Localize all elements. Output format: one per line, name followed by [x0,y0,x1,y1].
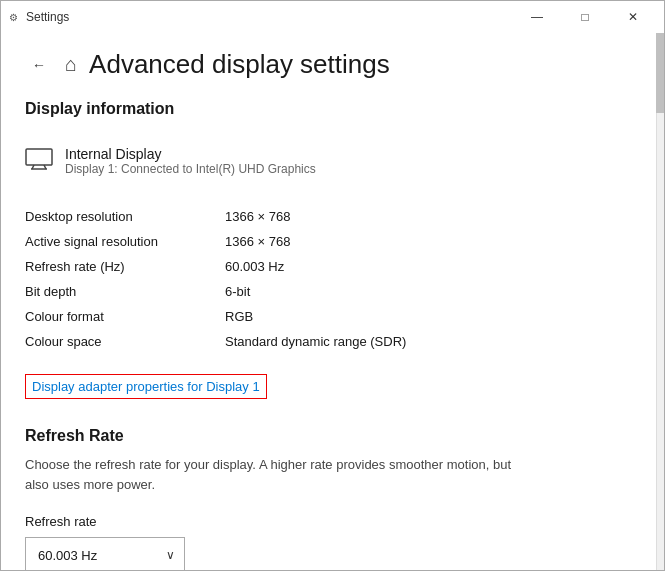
back-arrow-icon: ← [32,57,46,73]
minimize-button[interactable]: — [514,1,560,33]
table-row: Colour format RGB [25,304,640,329]
refresh-rate-section-header: Refresh Rate [25,427,640,445]
prop-label: Desktop resolution [25,204,225,229]
refresh-rate-dropdown-wrapper: 60.003 Hz ∨ [25,537,185,571]
display-name: Internal Display [65,146,316,162]
maximize-button[interactable]: □ [562,1,608,33]
table-row: Bit depth 6-bit [25,279,640,304]
title-bar-left: ⚙ Settings [9,10,69,24]
scroll-thumb[interactable] [656,33,664,113]
refresh-rate-dropdown[interactable]: 60.003 Hz [25,537,185,571]
table-row: Colour space Standard dynamic range (SDR… [25,329,640,354]
table-row: Desktop resolution 1366 × 768 [25,204,640,229]
prop-value: Standard dynamic range (SDR) [225,329,640,354]
prop-value: RGB [225,304,640,329]
prop-value: 1366 × 768 [225,229,640,254]
display-info-card: Internal Display Display 1: Connected to… [25,134,640,188]
svg-rect-0 [26,149,52,165]
adapter-link-wrapper: Display adapter properties for Display 1 [25,374,640,399]
title-bar-title: Settings [26,10,69,24]
table-row: Refresh rate (Hz) 60.003 Hz [25,254,640,279]
monitor-icon [25,148,53,174]
refresh-rate-description: Choose the refresh rate for your display… [25,455,525,494]
display-name-block: Internal Display Display 1: Connected to… [65,146,316,176]
prop-value: 1366 × 768 [225,204,640,229]
prop-label: Bit depth [25,279,225,304]
prop-label: Colour format [25,304,225,329]
adapter-link[interactable]: Display adapter properties for Display 1 [25,374,267,399]
refresh-rate-label: Refresh rate [25,514,640,529]
prop-value: 6-bit [225,279,640,304]
home-icon: ⌂ [65,53,77,76]
prop-value: 60.003 Hz [225,254,640,279]
table-row: Active signal resolution 1366 × 768 [25,229,640,254]
main-content: ← ⌂ Advanced display settings Display in… [1,33,664,571]
properties-table: Desktop resolution 1366 × 768 Active sig… [25,204,640,354]
prop-label: Active signal resolution [25,229,225,254]
prop-label: Refresh rate (Hz) [25,254,225,279]
back-button[interactable]: ← [25,51,53,79]
settings-app-icon: ⚙ [9,12,18,23]
page-header: ← ⌂ Advanced display settings [25,33,640,100]
display-subtitle: Display 1: Connected to Intel(R) UHD Gra… [65,162,316,176]
display-info-section-header: Display information [25,100,640,118]
title-bar: ⚙ Settings — □ ✕ [1,1,664,33]
scroll-bar[interactable] [656,33,664,570]
prop-label: Colour space [25,329,225,354]
title-bar-controls: — □ ✕ [514,1,656,33]
page-title: Advanced display settings [89,49,390,80]
close-button[interactable]: ✕ [610,1,656,33]
